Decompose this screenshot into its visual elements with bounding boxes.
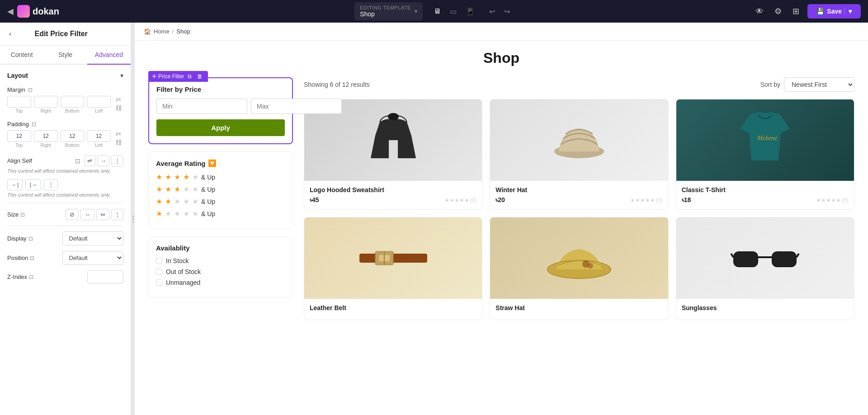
editing-template-selector[interactable]: EDITING TEMPLATE Shop ▾ — [354, 2, 423, 20]
layers-button[interactable]: ⊞ — [790, 4, 802, 19]
product-card[interactable]: Straw Hat — [490, 217, 668, 320]
resize-handle[interactable] — [131, 23, 135, 415]
margin-left-input[interactable] — [87, 96, 111, 108]
price-min-input[interactable] — [156, 99, 247, 114]
rating-filter-icon: 🔽 — [208, 159, 217, 167]
price-max-input[interactable] — [251, 99, 342, 114]
svg-point-0 — [388, 113, 399, 120]
align-start-button[interactable]: → — [97, 155, 109, 166]
padding-unit-wrap: px ⛓ — [113, 131, 123, 148]
star-2-empty: ★ — [165, 209, 171, 218]
back-button[interactable]: ◀ — [7, 6, 14, 16]
device-desktop-button[interactable]: 🖥 — [430, 5, 444, 19]
margin-label: Margin — [7, 86, 25, 93]
settings-button[interactable]: ⚙ — [772, 4, 784, 19]
size-more-button[interactable]: ⋮ — [111, 209, 123, 220]
padding-bottom-input[interactable] — [61, 130, 85, 142]
breadcrumb-home-link[interactable]: Home — [154, 28, 170, 35]
layout-toggle-button[interactable]: ▾ — [120, 72, 123, 79]
product-price-row: ৳45 ★★★★★ (0) — [310, 196, 476, 204]
svg-rect-17 — [773, 252, 796, 266]
sort-label: Sort by — [760, 81, 780, 88]
zindex-responsive-icon: ⊡ — [29, 274, 33, 280]
topbar: ◀ dokan EDITING TEMPLATE Shop ▾ 🖥 ▭ 📱 ↩ … — [0, 0, 868, 23]
sort-select[interactable]: Newest First Price Low to High Price Hig… — [784, 77, 854, 92]
preview-button[interactable]: 👁 — [753, 4, 766, 19]
widget-label-text: Price Filter — [158, 73, 184, 80]
size-inline-button[interactable]: ⇔ — [96, 209, 109, 220]
zindex-label: Z-Index ⊡ — [7, 274, 84, 280]
widget-move-icon: ✛ — [152, 73, 156, 80]
product-image — [676, 217, 854, 299]
topbar-center: EDITING TEMPLATE Shop ▾ 🖥 ▭ 📱 ↩ ↪ — [354, 2, 514, 20]
rating-4-label: & Up — [201, 174, 215, 181]
size-default-button[interactable]: ⊘ — [66, 209, 79, 220]
outofstock-label: Out of Stock — [166, 268, 201, 275]
results-count: Showing 6 of 12 results — [304, 81, 370, 88]
margin-right-label: Right — [40, 108, 51, 113]
rating-row-3[interactable]: ★ ★ ★ ★ ★ & Up — [156, 185, 285, 193]
product-card[interactable]: Winter Hat ৳20 ★★★★★ (0) — [490, 99, 668, 210]
padding-left-input[interactable] — [87, 130, 111, 142]
margin-top-wrap: Top — [7, 96, 31, 113]
redo-button[interactable]: ↪ — [500, 5, 514, 19]
align-stretch-button[interactable]: ⇌ — [84, 155, 95, 166]
widget-delete-button[interactable]: 🗑 — [195, 72, 204, 80]
tshirt-illustration: Mehene — [736, 106, 794, 174]
sunglasses-illustration — [729, 240, 801, 276]
rating-filter-widget: Average Rating 🔽 ★ ★ ★ ★ ★ & Up — [148, 151, 293, 229]
position-select[interactable]: Default Static Relative Absolute Fixed — [62, 251, 124, 265]
product-price-row: ৳20 ★★★★★ (0) — [495, 196, 662, 204]
tab-advanced[interactable]: Advanced — [87, 46, 131, 65]
instock-label: In Stock — [166, 257, 189, 264]
tab-style[interactable]: Style — [43, 46, 87, 65]
star-1: ★ — [156, 197, 162, 206]
size-full-button[interactable]: ↔ — [80, 209, 94, 220]
editing-template-label: EDITING TEMPLATE — [360, 5, 411, 10]
rating-row-2[interactable]: ★ ★ ★ ★ ★ & Up — [156, 197, 285, 206]
device-tablet-button[interactable]: ▭ — [446, 5, 460, 19]
unmanaged-checkbox[interactable] — [156, 279, 162, 286]
rating-row-4[interactable]: ★ ★ ★ ★ ★ & Up — [156, 173, 285, 181]
outofstock-checkbox[interactable] — [156, 269, 162, 275]
product-card[interactable]: Logo Hooded Sweatshirt ৳45 ★★★★★ (0) — [304, 99, 482, 210]
shop-page: Shop ✛ Price Filter ⧉ 🗑 Filter — [135, 41, 868, 329]
product-card[interactable]: Sunglasses — [676, 217, 854, 320]
product-info: Sunglasses — [676, 299, 854, 320]
margin-top-input[interactable] — [7, 96, 31, 108]
padding-right-label: Right — [40, 143, 51, 148]
rating-row-1[interactable]: ★ ★ ★ ★ ★ & Up — [156, 209, 285, 218]
margin-bottom-input[interactable] — [61, 96, 85, 108]
tab-content[interactable]: Content — [0, 46, 43, 65]
justify-start-button[interactable]: ←| — [7, 179, 23, 190]
padding-right-input[interactable] — [34, 130, 58, 142]
product-card[interactable]: Mehene Classic T-Shirt ৳18 ★★★★★ — [676, 99, 854, 210]
editing-template-title: Shop — [360, 10, 411, 18]
justify-more-button[interactable]: ⋮ — [44, 179, 58, 190]
breadcrumb: 🏠 Home / Shop — [135, 23, 868, 41]
widget-copy-button[interactable]: ⧉ — [186, 72, 193, 80]
margin-unit: px — [116, 96, 121, 102]
save-button[interactable]: 💾 Save ▾ — [807, 4, 861, 19]
rating-2-label: & Up — [201, 198, 215, 205]
star-2: ★ — [165, 197, 171, 206]
margin-link-button[interactable]: ⛓ — [113, 103, 123, 113]
align-self-control: Align Self ⊡ ⇌ → ⋮ — [7, 155, 123, 166]
align-more-button[interactable]: ⋮ — [111, 155, 123, 166]
apply-button[interactable]: Apply — [156, 119, 285, 136]
star-1: ★ — [156, 173, 162, 181]
device-mobile-button[interactable]: 📱 — [462, 5, 478, 19]
display-select[interactable]: Default Flex Block Inline None — [62, 231, 124, 245]
instock-checkbox[interactable] — [156, 258, 162, 264]
zindex-input[interactable] — [87, 270, 123, 283]
justify-end-button[interactable]: |→ — [25, 179, 41, 190]
margin-right-input[interactable] — [34, 96, 58, 108]
padding-top-input[interactable] — [7, 130, 31, 142]
sidebar-back-button[interactable]: ‹ — [9, 30, 11, 38]
breadcrumb-home-icon: 🏠 — [144, 28, 151, 35]
product-card[interactable]: Leather Belt — [304, 217, 482, 320]
star-3-empty: ★ — [174, 197, 180, 206]
padding-link-button[interactable]: ⛓ — [113, 137, 123, 148]
padding-left-label: Left — [95, 143, 103, 148]
undo-button[interactable]: ↩ — [486, 5, 499, 19]
